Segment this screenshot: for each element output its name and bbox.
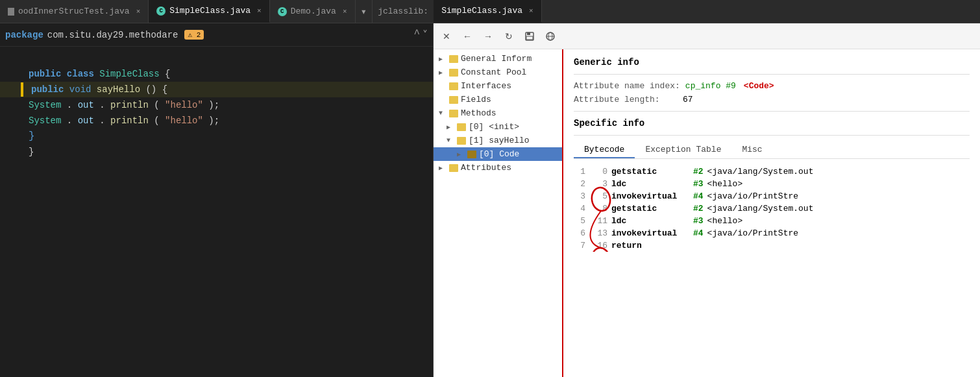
package-line: package com.situ.day29.methodare ⚠ 2 ^ ˅ xyxy=(0,23,433,47)
bc-instr: ldc xyxy=(611,216,689,226)
refresh-button[interactable]: ↻ xyxy=(501,29,517,44)
bc-offset: 16 xyxy=(589,241,607,250)
tree-item-constant-pool[interactable]: ▶ Constant Pool xyxy=(434,66,562,79)
code-body: public class SimpleClass { public void xyxy=(0,47,433,377)
bc-offset: 5 xyxy=(589,191,607,201)
bc-ref: #4 xyxy=(693,191,704,201)
bc-comment: <java/io/PrintStre xyxy=(707,228,798,238)
svg-rect-2 xyxy=(526,36,533,40)
bc-offset: 3 xyxy=(589,179,607,189)
tab-bytecode[interactable]: Bytecode xyxy=(574,142,635,158)
tree-item-label: Methods xyxy=(461,108,496,118)
save-button[interactable] xyxy=(522,29,537,44)
attr-length-value: 67 xyxy=(683,95,693,104)
code-line: System . out . println ( "hello" ); xyxy=(0,113,433,128)
tree-item-methods[interactable]: ▼ Methods xyxy=(434,106,562,120)
bc-comment: <java/lang/System.out xyxy=(707,167,814,176)
close-button[interactable]: ✕ xyxy=(439,29,454,44)
code-line xyxy=(0,52,433,66)
tree-item-init[interactable]: ▶ [0] <init> xyxy=(434,120,562,134)
arrow-controls[interactable]: ^ ˅ xyxy=(413,29,428,42)
bc-comment: <hello> xyxy=(707,179,743,189)
bc-row-3: 3 5 invokevirtual #4 <java/io/PrintStre xyxy=(574,190,970,202)
package-keyword: package xyxy=(5,30,43,40)
bc-line-num: 4 xyxy=(574,204,585,213)
bc-instr: return xyxy=(611,241,689,250)
bc-comment: <hello> xyxy=(707,216,743,226)
bc-instr: getstatic xyxy=(611,167,689,176)
class-icon: C xyxy=(156,6,165,16)
tab-misc[interactable]: Misc xyxy=(731,142,772,158)
bc-line-num: 1 xyxy=(574,167,585,176)
bc-row-6: 6 13 invokevirtual #4 <java/io/PrintStre xyxy=(574,227,970,239)
folder-icon xyxy=(467,151,476,158)
tab-close[interactable]: × xyxy=(257,7,262,15)
tab-oodInnerStrucTest[interactable]: oodInnerStrucTest.java × xyxy=(0,0,149,23)
tab-exception-table[interactable]: Exception Table xyxy=(635,142,731,158)
tree-item-general[interactable]: ▶ General Inform xyxy=(434,52,562,66)
tree-item-sayhello[interactable]: ▼ [1] sayHello xyxy=(434,134,562,147)
tree-item-interfaces[interactable]: Interfaces xyxy=(434,79,562,93)
down-arrow[interactable]: ˅ xyxy=(423,29,428,42)
jclasslib-label: jclasslib: xyxy=(373,0,434,23)
tree-item-fields[interactable]: Fields xyxy=(434,93,562,106)
bc-line-num: 5 xyxy=(574,216,585,226)
bc-ref: #3 xyxy=(693,216,704,226)
tab-Demo[interactable]: C Demo.java × xyxy=(270,0,356,23)
tree-item-label: Fields xyxy=(461,95,491,104)
bc-instr: invokevirtual xyxy=(611,191,689,201)
forward-button[interactable]: → xyxy=(480,29,496,44)
folder-icon xyxy=(449,110,458,117)
bc-offset: 13 xyxy=(589,228,607,238)
attr-name-value: cp_info #9 xyxy=(685,81,736,91)
detail-panel: Generic info Attribute name index: cp_in… xyxy=(563,49,980,377)
jclasslib-toolbar: ✕ ← → ↻ xyxy=(434,23,980,49)
divider xyxy=(574,111,970,112)
tree-item-code[interactable]: ▶ [0] Code xyxy=(434,147,562,161)
code-line-highlighted: public void sayHello () { xyxy=(0,82,433,97)
tab-label: SimpleClass.java xyxy=(441,6,522,16)
tab-jclasslib-simplclass[interactable]: SimpleClass.java × xyxy=(434,0,541,23)
tab-SimpleClass[interactable]: C SimpleClass.java × xyxy=(149,0,269,23)
bc-row-4: 4 8 getstatic #2 <java/lang/System.out xyxy=(574,202,970,215)
bc-line-num: 3 xyxy=(574,191,585,201)
jclasslib-body: ▶ General Inform ▶ Constant Pool Interfa… xyxy=(434,49,980,377)
bytecode-tabs: Bytecode Exception Table Misc xyxy=(574,142,970,159)
code-line: } xyxy=(0,128,433,144)
attr-length-label: Attribute length: xyxy=(574,95,678,104)
code-editor: package com.situ.day29.methodare ⚠ 2 ^ ˅… xyxy=(0,23,434,377)
tree-item-label: [0] Code xyxy=(479,149,519,159)
tab-close[interactable]: × xyxy=(136,8,141,16)
bc-ref: #2 xyxy=(693,167,704,176)
tab-label: SimpleClass.java xyxy=(169,6,251,16)
bc-offset: 11 xyxy=(589,216,607,226)
back-button[interactable]: ← xyxy=(459,29,475,44)
tree-item-attributes[interactable]: ▶ Attributes xyxy=(434,161,562,175)
globe-button[interactable] xyxy=(543,29,558,44)
tree-item-label: [0] <init> xyxy=(469,122,519,132)
code-line: System . out . println ( "hello" ); xyxy=(0,97,433,113)
divider xyxy=(574,135,970,136)
file-icon xyxy=(8,8,14,16)
tab-close[interactable]: × xyxy=(529,7,533,15)
bytecode-container: 1 0 getstatic #2 <java/lang/System.out 2… xyxy=(574,165,970,252)
tab-label: Demo.java xyxy=(291,6,336,16)
attr-name-row: Attribute name index: cp_info #9 <Code> xyxy=(574,81,970,91)
tab-dropdown[interactable]: ▾ xyxy=(356,0,373,23)
bc-line-num: 6 xyxy=(574,228,585,238)
folder-icon xyxy=(457,137,466,145)
bc-row-2: 2 3 ldc #3 <hello> xyxy=(574,178,970,190)
tree-item-label: General Inform xyxy=(461,54,532,64)
bc-ref: #2 xyxy=(693,204,704,213)
bc-line-num: 2 xyxy=(574,179,585,189)
tree-item-label: Attributes xyxy=(461,163,511,173)
up-arrow[interactable]: ^ xyxy=(413,29,420,42)
divider xyxy=(574,74,970,75)
folder-icon xyxy=(449,55,458,63)
attr-name-suffix: <Code> xyxy=(744,81,774,91)
bc-row-5: 5 11 ldc #3 <hello> xyxy=(574,215,970,227)
attr-name-label: Attribute name index: xyxy=(574,81,680,91)
attr-length-row: Attribute length: 67 xyxy=(574,95,970,104)
tab-close[interactable]: × xyxy=(343,8,347,16)
tab-label: oodInnerStrucTest.java xyxy=(18,6,130,16)
